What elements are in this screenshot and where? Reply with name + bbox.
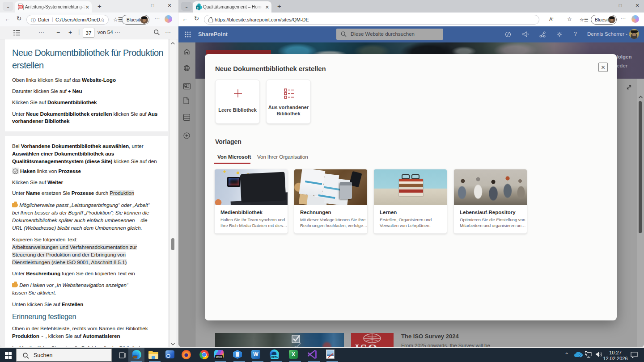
svg-text:s: s bbox=[197, 6, 199, 9]
svg-text:PDF: PDF bbox=[18, 6, 22, 8]
